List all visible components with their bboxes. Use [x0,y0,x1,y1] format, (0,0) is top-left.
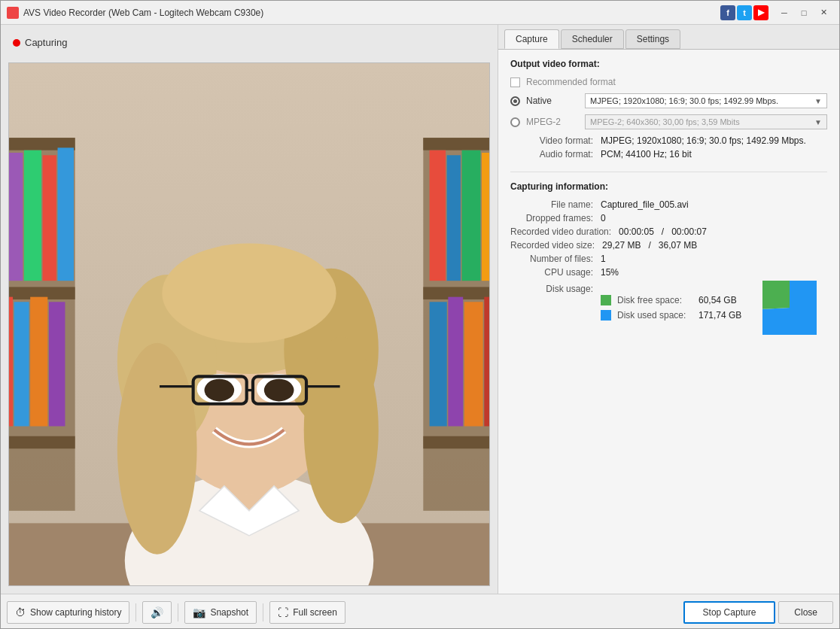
cpu-usage-value: 15% [601,267,619,278]
disk-used-label: Disk used space: [617,310,692,321]
camera-icon: 📷 [193,606,205,618]
main-content: Capturing [1,25,839,594]
num-files-label: Number of files: [510,254,601,264]
disk-free-row: Disk free space: 60,54 GB [601,295,741,305]
video-panel: Capturing [1,25,498,594]
disk-usage-detail: Disk free space: 60,54 GB Disk used spac… [601,281,817,335]
window-title: AVS Video Recorder (Web Cam - Logitech W… [23,8,263,18]
native-dropdown[interactable]: MJPEG; 1920x1080; 16:9; 30.0 fps; 1492.9… [585,93,827,108]
recommended-checkbox[interactable] [510,77,520,87]
disk-free-value: 60,54 GB [698,295,737,305]
tabs: Capture Scheduler Settings [498,25,839,50]
native-dropdown-value: MJPEG; 1920x1080; 16:9; 30.0 fps; 1492.9… [590,96,778,105]
mpeg2-format-row: MPEG-2 MPEG-2; 640x360; 30,00 fps; 3,59 … [510,114,827,129]
close-window-button[interactable]: ✕ [814,5,833,21]
restore-button[interactable]: □ [794,5,814,21]
mpeg2-dropdown-value: MPEG-2; 640x360; 30,00 fps; 3,59 Mbits [590,117,740,126]
history-label: Show capturing history [30,607,121,618]
audio-format-value: PCM; 44100 Hz; 16 bit [601,149,692,160]
svg-rect-34 [430,150,446,281]
youtube-icon[interactable]: ▶ [753,5,768,20]
disk-pie-chart [762,281,817,335]
minimize-button[interactable]: ─ [775,5,794,21]
svg-rect-33 [423,436,489,449]
disk-used-color-box [601,310,611,321]
divider [510,172,827,172]
titlebar-left: AVS Video Recorder (Web Cam - Logitech W… [7,7,263,19]
capturing-info-section: Capturing information: File name: Captur… [510,181,827,335]
snapshot-button[interactable]: 📷 Snapshot [184,601,257,624]
fullscreen-button[interactable]: ⛶ Full screen [269,601,345,624]
separator-3 [263,603,263,621]
volume-button[interactable]: 🔊 [142,601,172,624]
svg-rect-15 [24,150,41,281]
file-name-row: File name: Captured_file_005.avi [510,199,827,210]
mpeg2-dropdown-arrow: ▼ [814,118,822,126]
mpeg2-radio[interactable] [510,117,520,127]
close-button[interactable]: Close [778,601,833,624]
capturing-indicator: Capturing [13,37,67,48]
disk-used-row: Disk used space: 171,74 GB [601,310,741,321]
svg-rect-35 [447,155,461,281]
disk-usage-row: Disk usage: Disk free space: 60,54 GB Di… [510,281,827,335]
facebook-icon[interactable]: f [720,5,735,20]
output-format-section: Output video format: Recommended format … [510,59,827,160]
audio-format-label: Audio format: [510,149,601,160]
svg-rect-29 [49,302,65,426]
titlebar: AVS Video Recorder (Web Cam - Logitech W… [1,1,839,25]
disk-usage-label: Disk usage: [510,281,601,294]
svg-rect-49 [484,297,489,427]
capturing-label: Capturing [25,37,67,48]
tab-settings[interactable]: Settings [625,29,680,49]
video-duration-value: 00:00:05 / 00:00:07 [619,226,707,237]
tab-capture[interactable]: Capture [504,29,559,49]
svg-rect-36 [462,150,481,281]
video-frame [8,62,490,586]
audio-format-row: Audio format: PCM; 44100 Hz; 16 bit [510,149,827,160]
svg-point-65 [162,244,336,343]
panel-content: Output video format: Recommended format … [498,50,839,594]
svg-rect-28 [30,297,47,427]
svg-rect-37 [482,153,489,281]
native-format-row: Native MJPEG; 1920x1080; 16:9; 30.0 fps;… [510,93,827,108]
native-label: Native [526,96,579,106]
svg-rect-27 [14,302,29,426]
svg-rect-47 [448,297,463,427]
video-duration-row: Recorded video duration: 00:00:05 / 00:0… [510,226,827,237]
right-panel: Capture Scheduler Settings Output video … [498,25,839,594]
mpeg2-dropdown[interactable]: MPEG-2; 640x360; 30,00 fps; 3,59 Mbits ▼ [585,114,827,129]
tab-scheduler[interactable]: Scheduler [561,29,624,49]
svg-point-71 [264,379,294,402]
svg-rect-14 [9,153,23,281]
recommended-label: Recommended format [526,77,616,87]
video-format-value: MJPEG; 1920x1080; 16:9; 30.0 fps; 1492.9… [601,135,806,146]
disk-free-label: Disk free space: [617,295,692,305]
cpu-usage-row: CPU usage: 15% [510,267,827,278]
native-dropdown-arrow: ▼ [814,97,822,105]
file-name-value: Captured_file_005.avi [601,199,689,210]
stop-capture-button[interactable]: Stop Capture [683,601,776,624]
show-history-button[interactable]: ⏱ Show capturing history [7,601,129,624]
svg-point-70 [205,379,235,402]
snapshot-label: Snapshot [210,607,248,618]
svg-rect-31 [423,138,489,150]
svg-rect-26 [9,297,13,427]
recommended-format-row: Recommended format [510,77,827,87]
file-name-label: File name: [510,199,601,210]
num-files-row: Number of files: 1 [510,254,827,264]
history-icon: ⏱ [15,606,26,618]
twitter-icon[interactable]: t [737,5,752,20]
video-size-value: 29,27 MB / 36,07 MB [602,240,697,251]
dropped-frames-row: Dropped frames: 0 [510,213,827,223]
separator-2 [178,603,178,621]
svg-rect-48 [464,302,483,426]
svg-rect-4 [9,436,75,449]
social-icons: f t ▶ [720,5,768,20]
app-icon [7,7,19,19]
dropped-frames-value: 0 [601,213,606,223]
separator-1 [135,603,136,621]
video-preview [9,63,489,585]
native-radio[interactable] [510,96,520,106]
svg-point-67 [304,337,379,524]
disk-labels: Disk free space: 60,54 GB Disk used spac… [601,295,741,321]
